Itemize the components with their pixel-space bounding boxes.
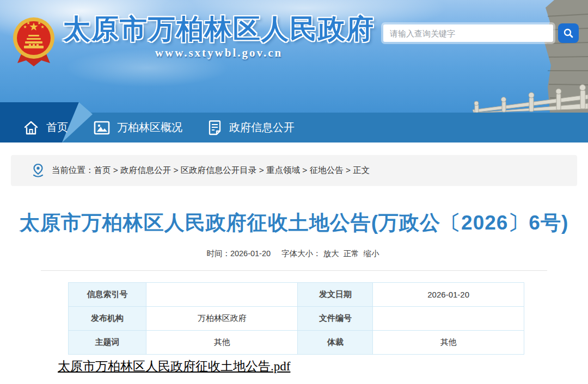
font-larger-button[interactable]: 放大 (323, 249, 339, 258)
svg-text:★: ★ (40, 24, 44, 29)
site-url: www.sxtywbl.gov.cn (63, 46, 375, 60)
meta-fontsize-label: 字体大小： (281, 249, 321, 258)
site-logo-link[interactable]: ★ ★ ★ ★ ★ 太原市万柏林区人民政府 www.sxtywbl.gov.cn (12, 14, 375, 66)
site-title: 太原市万柏林区人民政府 (63, 14, 375, 44)
nav-item-home[interactable]: 首页 (23, 113, 68, 143)
font-normal-button[interactable]: 正常 (344, 249, 359, 258)
info-label: 发布机构 (69, 307, 146, 331)
info-table-body: 信息索引号发文日期2026-01-20发布机构万柏林区政府文件编号主题词其他体裁… (69, 283, 524, 355)
nav-item-label: 政府信息公开 (229, 120, 295, 135)
search-icon (563, 28, 574, 39)
info-label: 文件编号 (298, 307, 373, 331)
info-value: 其他 (373, 331, 524, 355)
home-icon (23, 120, 39, 135)
nav-item-label: 万柏林区概况 (117, 120, 182, 135)
location-pin-icon (32, 163, 45, 178)
breadcrumb: 当前位置： 首页 > 政府信息公开 > 区政府信息公开目录 > 重点领域 > 征… (11, 155, 577, 186)
nav-item-gov-info-disclosure[interactable]: 政府信息公开 (207, 113, 295, 143)
info-value (146, 283, 298, 307)
breadcrumb-trail[interactable]: 首页 > 政府信息公开 > 区政府信息公开目录 > 重点领域 > 征地公告 > … (94, 165, 370, 176)
search-button[interactable] (558, 23, 579, 43)
table-row: 信息索引号发文日期2026-01-20 (69, 283, 524, 307)
info-label: 信息索引号 (69, 283, 146, 307)
info-label: 发文日期 (298, 283, 373, 307)
document-icon (207, 120, 222, 135)
national-emblem-logo: ★ ★ ★ ★ ★ (12, 14, 56, 66)
meta-time-label: 时间： (206, 249, 230, 258)
section-divider (41, 270, 547, 271)
stone-tower-photo (468, 0, 588, 113)
info-value: 其他 (146, 331, 298, 355)
site-search (383, 24, 579, 43)
info-value: 2026-01-20 (373, 283, 524, 307)
meta-time-value: 2026-01-20 (230, 249, 271, 258)
picture-icon (94, 121, 110, 135)
attachment-pdf-link[interactable]: 太原市万柏林区人民政府征收土地公告.pdf (58, 358, 290, 375)
page: ★ ★ ★ ★ ★ 太原市万柏林区人民政府 www.sxtywbl.gov.cn (0, 0, 588, 384)
breadcrumb-prefix: 当前位置： (52, 165, 94, 176)
nav-item-label: 首页 (46, 120, 68, 135)
svg-text:★: ★ (26, 21, 30, 26)
font-smaller-button[interactable]: 缩小 (364, 249, 379, 258)
search-input[interactable] (383, 24, 553, 42)
table-row: 发布机构万柏林区政府文件编号 (69, 307, 524, 331)
document-info-table: 信息索引号发文日期2026-01-20发布机构万柏林区政府文件编号主题词其他体裁… (68, 282, 524, 355)
info-label: 体裁 (298, 331, 373, 355)
table-row: 主题词其他体裁其他 (69, 331, 524, 355)
page-title: 太原市万柏林区人民政府征收土地公告(万政公〔2026〕6号) (0, 209, 588, 237)
info-label: 主题词 (69, 331, 146, 355)
nav-item-district-overview[interactable]: 万柏林区概况 (94, 113, 182, 143)
info-value: 万柏林区政府 (146, 307, 298, 331)
info-value (373, 307, 524, 331)
article-meta: 时间：2026-01-20字体大小：放大正常缩小 (0, 249, 588, 259)
